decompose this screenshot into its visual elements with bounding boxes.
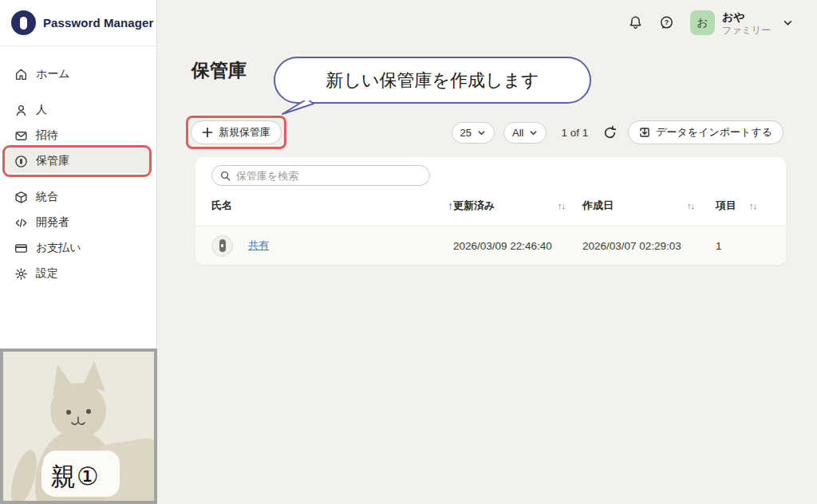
refresh-icon[interactable] [602,125,618,140]
cell-updated: 2026/03/09 22:46:40 [453,240,582,252]
column-updated: 更新済み [453,199,495,213]
sidebar-item-label: 保管庫 [36,154,69,168]
vault-table-panel: 氏名 ↑ 更新済み ↑↓ 作成日 ↑↓ 項目 ↑↓ 共有 2026/03/09 … [195,157,786,265]
sidebar-item-integrations[interactable]: 統合 [6,185,150,209]
sort-icon[interactable]: ↑↓ [558,201,565,211]
table-header: 氏名 ↑ 更新済み ↑↓ 作成日 ↑↓ 項目 ↑↓ [195,186,786,226]
sidebar-item-developer[interactable]: 開発者 [6,211,150,234]
filter-select[interactable]: All [503,122,547,144]
presenter-label: 親① [41,458,109,496]
list-controls: 25 All 1 of 1 データをインポートする [452,120,783,144]
invite-icon [14,129,28,143]
sidebar-item-label: 招待 [36,128,58,143]
sort-asc-icon[interactable]: ↑ [448,199,453,212]
sidebar-item-vaults[interactable]: 保管庫 [6,149,150,173]
main-content: ? お おや ファミリー 保管庫 新しい保管庫を作成します 新規保管庫 25 A… [158,0,817,504]
app-title: Password Manager [43,16,153,30]
table-row[interactable]: 共有 2026/03/09 22:46:40 2026/03/07 02:29:… [195,226,786,265]
sidebar-item-label: 開発者 [36,215,69,230]
column-created: 作成日 [582,199,614,213]
settings-icon [14,267,28,281]
cell-created: 2026/03/07 02:29:03 [582,240,716,252]
page-size-select[interactable]: 25 [452,122,495,144]
sidebar: Password Manager ホーム 人 招待 保管庫 統合 開発者 [0,0,157,504]
user-team: ファミリー [722,25,771,36]
sort-icon[interactable]: ↑↓ [749,201,756,211]
annotation-speech-bubble: 新しい保管庫を作成します [274,57,591,104]
sidebar-item-settings[interactable]: 設定 [6,262,150,285]
chevron-down-icon [477,128,486,137]
people-icon [14,104,28,117]
vault-search[interactable] [211,165,430,186]
sidebar-item-label: ホーム [36,67,70,81]
sidebar-item-billing[interactable]: お支払い [6,236,150,260]
vault-icon [14,155,28,168]
import-data-button[interactable]: データをインポートする [628,120,783,144]
chevron-down-icon [529,128,538,137]
sort-icon[interactable]: ↑↓ [687,201,694,211]
user-name: おや [722,10,771,25]
pagination-info: 1 of 1 [561,127,588,139]
vault-link[interactable]: 共有 [248,238,269,253]
search-icon [220,171,231,181]
home-icon [14,68,28,81]
vault-avatar-icon [211,235,233,257]
svg-text:?: ? [665,19,669,27]
notifications-bell-icon[interactable] [628,15,643,30]
sidebar-item-home[interactable]: ホーム [6,62,150,86]
onepassword-logo-icon [11,10,36,35]
column-items: 項目 [716,199,736,213]
help-icon[interactable]: ? [659,15,674,30]
annotation-text: 新しい保管庫を作成します [326,69,539,93]
sidebar-item-label: 統合 [36,190,58,204]
sidebar-item-label: 人 [36,103,47,117]
sidebar-item-label: お支払い [36,241,81,255]
new-vault-button[interactable]: 新規保管庫 [191,120,282,144]
column-name: 氏名 [211,199,232,213]
cell-items: 1 [716,240,722,252]
user-avatar: お [690,10,715,35]
account-menu[interactable]: お おや ファミリー [690,10,793,36]
red-highlight-box: 新規保管庫 [186,116,286,149]
plus-icon [202,127,213,138]
page-title: 保管庫 [191,58,247,83]
sidebar-nav: ホーム 人 招待 保管庫 統合 開発者 お支払い [0,46,156,285]
speech-bubble-tail [280,98,315,116]
sidebar-item-label: 設定 [36,266,58,281]
presenter-cat-overlay: 親① [0,348,157,504]
sidebar-item-people[interactable]: 人 [6,98,150,122]
sidebar-item-invites[interactable]: 招待 [6,124,150,148]
chevron-down-icon [783,18,793,28]
topbar: ? お おや ファミリー [628,10,793,36]
import-icon [639,127,650,138]
search-input[interactable] [236,170,421,182]
billing-icon [14,242,28,255]
integrations-icon [14,191,28,204]
developer-icon [14,216,28,230]
app-logo-row: Password Manager [0,0,156,46]
